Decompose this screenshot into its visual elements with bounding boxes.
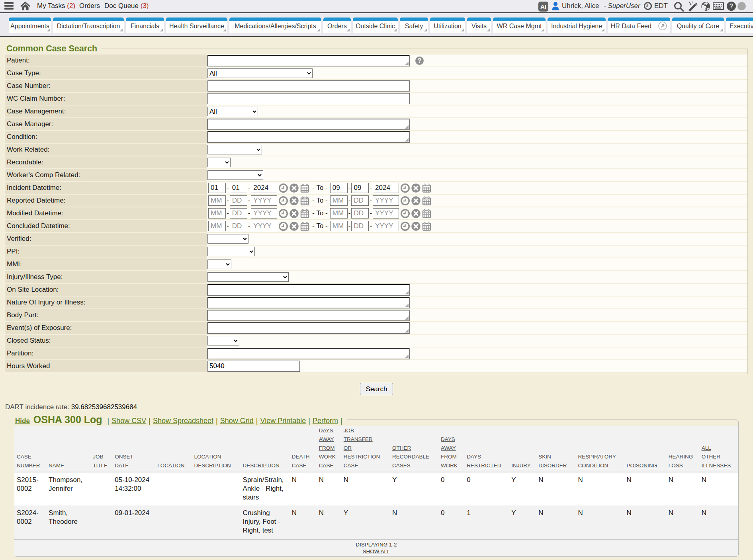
svg-text:?: ?: [730, 3, 733, 10]
